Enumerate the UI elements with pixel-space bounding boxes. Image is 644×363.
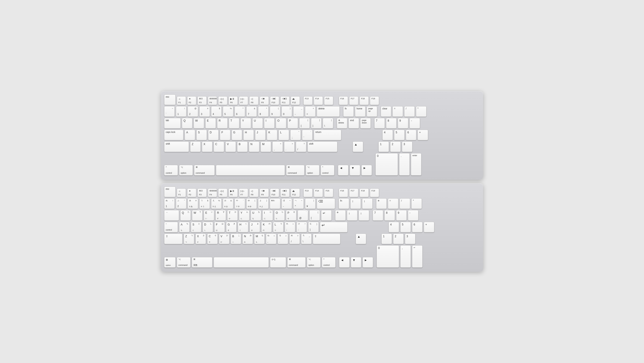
jp-key-v[interactable]: ひ V ひ xyxy=(219,234,230,244)
jp-key-num-2[interactable]: 2 xyxy=(393,234,404,244)
key-num-plus[interactable]: + xyxy=(418,130,428,140)
key-r[interactable]: R xyxy=(217,118,228,129)
jp-key-option-left[interactable]: ⌥ command xyxy=(177,257,190,268)
key-f17[interactable]: F17 xyxy=(349,96,358,105)
key-num-2[interactable]: 2 xyxy=(390,141,401,152)
jp-key-arrow-left[interactable]: ◄ xyxy=(339,257,350,268)
jp-key-s[interactable]: と S と xyxy=(191,222,202,232)
key-n[interactable]: N xyxy=(249,141,260,152)
key-l[interactable]: L xyxy=(278,130,289,140)
jp-key-lbracket[interactable]: { [ xyxy=(309,210,320,221)
key-shift-right[interactable]: shift xyxy=(308,141,338,152)
key-num-6[interactable]: 6 xyxy=(406,130,416,140)
key-shift-left[interactable]: shift xyxy=(164,141,189,152)
jp-key-num-8[interactable]: 8 xyxy=(384,210,395,221)
key-e[interactable]: E xyxy=(205,118,216,129)
jp-key-u[interactable]: な U な xyxy=(251,210,261,221)
key-i[interactable]: I xyxy=(264,118,274,129)
key-backslash[interactable]: | \ xyxy=(323,118,333,129)
jp-key-f3[interactable]: ⊞⊡ F3 xyxy=(198,188,207,197)
key-equals[interactable]: + = xyxy=(305,106,316,117)
jp-key-f8[interactable]: ◁ F8 xyxy=(249,188,258,197)
key-num-clear[interactable]: clear xyxy=(381,106,391,117)
jp-key-num-7[interactable]: 7 xyxy=(373,210,383,221)
jp-key-backslash[interactable]: _ ろ \ xyxy=(301,234,312,244)
key-f14[interactable]: F14 xyxy=(314,96,323,105)
key-f13[interactable]: F13 xyxy=(303,96,312,105)
key-fn[interactable]: fn xyxy=(343,106,354,117)
jp-key-del2[interactable]: ⊗ xyxy=(335,210,346,221)
key-d[interactable]: D xyxy=(208,130,219,140)
key-f12[interactable]: ⏏ F12 xyxy=(291,96,300,105)
key-f[interactable]: F xyxy=(220,130,230,140)
key-y[interactable]: Y xyxy=(240,118,251,129)
key-w[interactable]: W xyxy=(194,118,204,129)
jp-key-i[interactable]: に I に xyxy=(262,210,273,221)
key-num-enter[interactable]: enter xyxy=(411,153,422,176)
key-f11[interactable]: ◁◉)) F11 xyxy=(280,96,290,105)
key-num-equals[interactable]: = xyxy=(392,106,403,117)
key-2[interactable]: @ 2 xyxy=(188,106,198,117)
key-7[interactable]: & 7 xyxy=(246,106,257,117)
key-f19[interactable]: F19 xyxy=(370,96,379,105)
key-backtick[interactable]: ~ ` xyxy=(164,106,175,117)
key-m[interactable]: M xyxy=(260,141,271,152)
jp-key-slash[interactable]: ? め / xyxy=(289,234,300,244)
jp-key-command-left[interactable]: ⌘ 英数 xyxy=(192,257,212,268)
key-p[interactable]: P xyxy=(288,118,298,129)
jp-key-num-5[interactable]: 5 xyxy=(400,222,411,232)
key-f2[interactable]: ✶ F2 xyxy=(187,96,196,105)
jp-key-num-9[interactable]: 9 xyxy=(396,210,407,221)
key-a[interactable]: A xyxy=(184,130,195,140)
jp-key-num-1[interactable]: 1 xyxy=(382,234,392,244)
jp-key-esc[interactable]: esc xyxy=(164,187,176,197)
key-4[interactable]: $ 4 xyxy=(211,106,222,117)
key-0[interactable]: ) 0 xyxy=(282,106,292,117)
jp-key-num-clear[interactable]: ⊗ xyxy=(376,198,387,209)
jp-key-tab[interactable]: → xyxy=(164,210,179,221)
jp-key-num-eq[interactable]: = xyxy=(388,198,398,209)
key-delete[interactable]: delete xyxy=(317,106,340,117)
jp-key-arrow-up2[interactable]: ↑ xyxy=(350,198,361,209)
jp-key-control2[interactable]: ^ control xyxy=(164,222,178,232)
jp-key-num-4[interactable]: 4 xyxy=(388,222,399,232)
key-num-1[interactable]: 1 xyxy=(378,141,389,152)
key-page-down[interactable]: pagedown xyxy=(360,118,371,129)
jp-key-e[interactable]: い E い xyxy=(204,210,214,221)
key-arrow-left[interactable]: ◄ xyxy=(338,165,348,176)
key-num-multiply[interactable]: * xyxy=(416,106,426,117)
jp-key-control-right[interactable]: ^ control xyxy=(322,257,336,268)
jp-key-semicolon[interactable]: + れ ; xyxy=(285,222,295,232)
jp-key-7[interactable]: ' や 7 や xyxy=(234,198,245,209)
jp-key-d[interactable]: し D し xyxy=(202,222,213,232)
jp-key-f1[interactable]: ☼ F1 xyxy=(177,188,186,197)
key-f4[interactable]: ⊞⊞⊞⊞ F4 xyxy=(208,96,217,105)
jp-key-num-div[interactable]: / xyxy=(400,198,410,209)
key-c[interactable]: C xyxy=(214,141,224,152)
jp-key-shift-right[interactable]: ⇧ xyxy=(313,234,340,244)
key-num-0[interactable]: 0 xyxy=(376,153,398,176)
jp-key-f18[interactable]: F18 xyxy=(360,188,369,197)
jp-key-w[interactable]: て W xyxy=(192,210,202,221)
jp-key-4[interactable]: $ う 4 う xyxy=(199,198,210,209)
key-f1[interactable]: ☼ F1 xyxy=(177,96,186,105)
jp-key-comma[interactable]: < ね , xyxy=(266,234,276,244)
jp-key-f9[interactable]: ◁◉ F9 xyxy=(260,188,269,197)
jp-key-f2[interactable]: ✶ F2 xyxy=(187,188,196,197)
key-tab[interactable]: tab xyxy=(164,118,181,129)
jp-key-p[interactable]: せ P せ xyxy=(286,210,296,221)
jp-key-1[interactable]: ! ぬ 1 xyxy=(164,198,175,209)
jp-key-x[interactable]: さ X さ xyxy=(196,234,206,244)
jp-key-down[interactable]: ↓ xyxy=(347,210,358,221)
jp-key-b[interactable]: こ B こ xyxy=(230,234,241,244)
jp-key-y[interactable]: ん Y ん xyxy=(239,210,250,221)
key-v[interactable]: V xyxy=(225,141,236,152)
jp-key-2[interactable]: " ふ 2 xyxy=(176,198,186,209)
key-f7[interactable]: ▷▷ F7 xyxy=(239,96,248,105)
jp-key-8[interactable]: ( ゆ 8 ゆ xyxy=(246,198,257,209)
key-num-8[interactable]: 8 xyxy=(386,118,396,129)
key-command-left[interactable]: ⌘ command xyxy=(194,165,215,176)
key-3[interactable]: # 3 xyxy=(199,106,210,117)
key-num-7[interactable]: 7 xyxy=(374,118,385,129)
key-f6[interactable]: ▶⏸ F6 xyxy=(228,96,238,105)
